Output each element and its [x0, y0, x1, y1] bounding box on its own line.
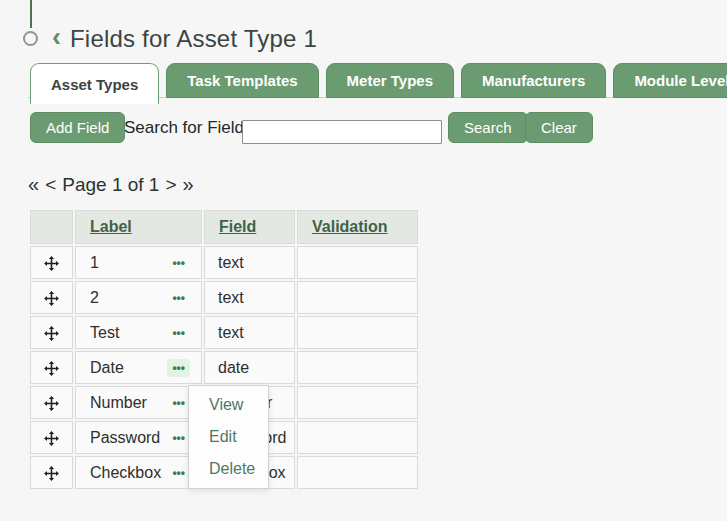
more-options-icon[interactable]: •••	[167, 464, 190, 482]
label-cell: Checkbox •••	[75, 456, 202, 489]
field-type-cell: text	[204, 316, 295, 349]
table-header-row: Label Field Validation	[30, 210, 418, 244]
table-row: 2 ••• text	[30, 281, 418, 314]
prev-page-button[interactable]: <	[45, 174, 56, 196]
annotation-line	[30, 0, 32, 28]
table-row: Date ••• date	[30, 351, 418, 384]
move-icon[interactable]	[43, 465, 60, 482]
menu-item-view[interactable]: View	[189, 389, 268, 421]
field-type-cell: text	[204, 246, 295, 279]
tab-module-levels[interactable]: Module Levels	[613, 63, 727, 98]
field-label: Test	[90, 324, 119, 342]
label-cell: Test •••	[75, 316, 202, 349]
move-icon[interactable]	[43, 395, 60, 412]
move-icon[interactable]	[43, 360, 60, 377]
search-field-label: Search for Field :	[124, 118, 253, 138]
tab-manufacturers[interactable]: Manufacturers	[461, 63, 606, 98]
handle-cell	[30, 351, 73, 384]
validation-cell	[297, 456, 418, 489]
handle-cell	[30, 281, 73, 314]
row-context-menu: View Edit Delete	[188, 385, 269, 489]
search-button[interactable]: Search	[448, 112, 528, 143]
field-label: Number	[90, 394, 147, 412]
add-field-button[interactable]: Add Field	[30, 112, 125, 143]
page-title: Fields for Asset Type 1	[70, 25, 317, 53]
back-icon[interactable]: ‹	[52, 24, 61, 54]
field-label: Checkbox	[90, 464, 161, 482]
tab-asset-types[interactable]: Asset Types	[30, 63, 159, 104]
handle-cell	[30, 456, 73, 489]
label-cell: Date •••	[75, 351, 202, 384]
next-page-button[interactable]: >	[165, 174, 176, 196]
field-label: Date	[90, 359, 124, 377]
handle-cell	[30, 421, 73, 454]
column-header-label[interactable]: Label	[75, 210, 202, 244]
move-icon[interactable]	[43, 290, 60, 307]
table-row: Test ••• text	[30, 316, 418, 349]
tab-task-templates[interactable]: Task Templates	[166, 63, 318, 98]
column-header-validation[interactable]: Validation	[297, 210, 418, 244]
validation-cell	[297, 281, 418, 314]
first-page-button[interactable]: «	[28, 173, 39, 196]
page-indicator: Page 1 of 1	[62, 174, 159, 196]
tab-bar: Asset Types Task Templates Meter Types M…	[30, 63, 727, 104]
field-label: 1	[90, 254, 99, 272]
validation-cell	[297, 421, 418, 454]
move-icon[interactable]	[43, 430, 60, 447]
field-type-cell: text	[204, 281, 295, 314]
label-cell: 1 •••	[75, 246, 202, 279]
label-cell: Password •••	[75, 421, 202, 454]
tab-meter-types[interactable]: Meter Types	[326, 63, 454, 98]
validation-cell	[297, 386, 418, 419]
pagination: « < Page 1 of 1 > »	[28, 173, 194, 196]
more-options-icon[interactable]: •••	[167, 289, 190, 307]
clear-button[interactable]: Clear	[525, 112, 593, 143]
more-options-icon[interactable]: •••	[167, 324, 190, 342]
column-header-field[interactable]: Field	[204, 210, 295, 244]
more-options-icon[interactable]: •••	[167, 394, 190, 412]
menu-item-edit[interactable]: Edit	[189, 421, 268, 453]
move-icon[interactable]	[43, 325, 60, 342]
page-header: ‹ Fields for Asset Type 1	[52, 24, 317, 54]
handle-cell	[30, 386, 73, 419]
annotation-circle	[23, 31, 38, 46]
label-cell: 2 •••	[75, 281, 202, 314]
handle-cell	[30, 246, 73, 279]
validation-cell	[297, 246, 418, 279]
validation-cell	[297, 316, 418, 349]
label-cell: Number •••	[75, 386, 202, 419]
field-type-cell: date	[204, 351, 295, 384]
field-label: 2	[90, 289, 99, 307]
handle-cell	[30, 316, 73, 349]
more-options-icon[interactable]: •••	[167, 429, 190, 447]
column-header-handle	[30, 210, 73, 244]
validation-cell	[297, 351, 418, 384]
table-row: 1 ••• text	[30, 246, 418, 279]
menu-item-delete[interactable]: Delete	[189, 453, 268, 485]
more-options-icon[interactable]: •••	[167, 359, 190, 377]
search-input[interactable]	[242, 120, 442, 144]
field-label: Password	[90, 429, 160, 447]
move-icon[interactable]	[43, 255, 60, 272]
more-options-icon[interactable]: •••	[167, 254, 190, 272]
last-page-button[interactable]: »	[183, 173, 194, 196]
